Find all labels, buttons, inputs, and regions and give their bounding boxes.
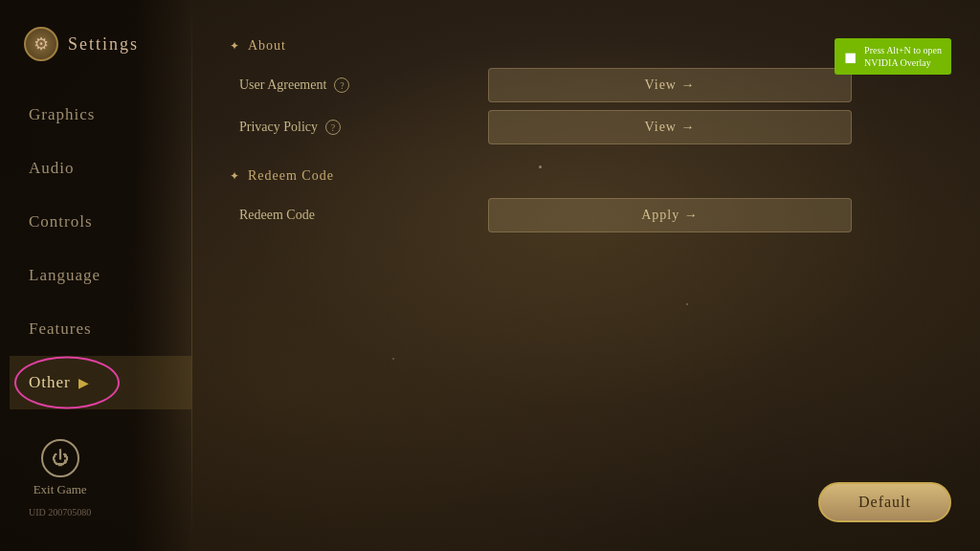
redeem-section-label: Redeem Code (248, 168, 334, 184)
other-nav-wrapper: Other ▶ (10, 356, 191, 409)
privacy-policy-button[interactable]: View → (488, 110, 852, 144)
settings-header: ⚙ Settings (10, 19, 153, 69)
nvidia-shortcut: Press Alt+N to open (864, 44, 942, 56)
redeem-code-row: Redeem Code Apply → (230, 198, 951, 232)
main-content: ◼ Press Alt+N to open NVIDIA Overlay ✦ A… (201, 0, 980, 551)
other-arrow-icon: ▶ (78, 375, 90, 391)
sidebar-item-language[interactable]: Language (10, 249, 191, 302)
page-title: Settings (68, 34, 139, 55)
sidebar-item-graphics[interactable]: Graphics (10, 88, 191, 142)
uid-display: UID 200705080 (29, 507, 91, 518)
sidebar-item-audio[interactable]: Audio (10, 142, 191, 195)
power-icon: ⏻ (41, 439, 79, 477)
redeem-code-label: Redeem Code (239, 208, 488, 223)
redeem-section-header: ✦ Redeem Code (230, 168, 951, 184)
sidebar-item-other[interactable]: Other ▶ (10, 356, 191, 409)
sidebar: ⚙ Settings Graphics Audio Controls Langu… (0, 0, 191, 551)
sidebar-divider (191, 0, 192, 551)
privacy-policy-row: Privacy Policy ? View → (230, 110, 951, 144)
about-section-label: About (248, 38, 286, 54)
exit-label: Exit Game (33, 482, 87, 497)
privacy-policy-label: Privacy Policy ? (239, 120, 488, 135)
nvidia-text: Press Alt+N to open NVIDIA Overlay (864, 44, 942, 69)
nvidia-logo-icon: ◼ (844, 48, 857, 66)
redeem-code-button[interactable]: Apply → (488, 198, 852, 232)
nav-items: Graphics Audio Controls Language Feature… (10, 88, 191, 425)
settings-icon: ⚙ (24, 27, 58, 61)
user-agreement-help-icon[interactable]: ? (334, 77, 349, 93)
sidebar-item-controls[interactable]: Controls (10, 195, 191, 249)
redeem-section: ✦ Redeem Code Redeem Code Apply → (230, 168, 951, 232)
privacy-policy-help-icon[interactable]: ? (325, 120, 341, 135)
diamond-icon: ✦ (230, 39, 240, 54)
nvidia-overlay[interactable]: ◼ Press Alt+N to open NVIDIA Overlay (835, 38, 951, 75)
sidebar-bottom: ⏻ Exit Game UID 200705080 (10, 425, 110, 532)
nvidia-name: NVIDIA Overlay (864, 56, 942, 69)
sidebar-item-features[interactable]: Features (10, 302, 191, 356)
sidebar-item-other-label: Other (29, 373, 71, 392)
user-agreement-label: User Agreement ? (239, 77, 488, 93)
diamond-icon-2: ✦ (230, 169, 240, 184)
exit-game-button[interactable]: ⏻ Exit Game (33, 439, 87, 497)
user-agreement-button[interactable]: View → (488, 68, 852, 102)
default-button[interactable]: Default (818, 482, 951, 522)
